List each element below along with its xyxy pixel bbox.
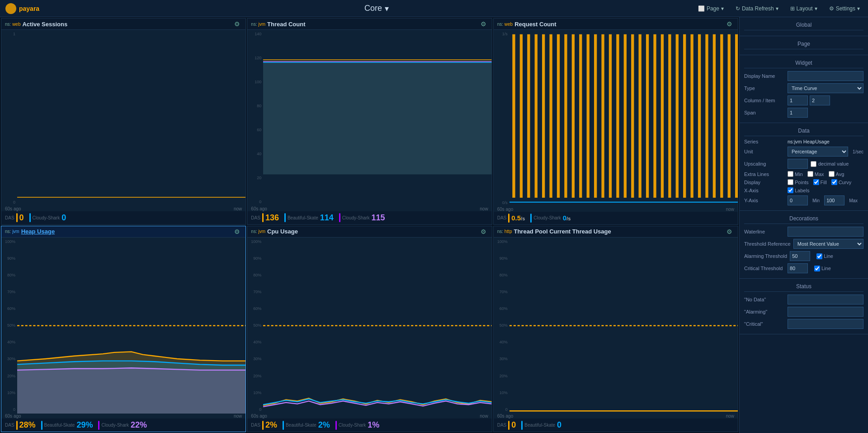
svg-rect-16 [564, 34, 567, 198]
widget-cpu-usage: ns: jvm Cpu Usage ⚙ 100% 90% 80% 70% 60%… [247, 226, 492, 433]
type-select[interactable]: Time Curve [788, 83, 863, 93]
das-item-cu-1: Beautiful-Skate 2% [283, 420, 330, 430]
decimal-checkbox[interactable] [811, 161, 816, 167]
gear-btn-thread-pool[interactable]: ⚙ [725, 228, 734, 235]
yaxis-min-input[interactable] [788, 195, 808, 205]
svg-rect-39 [735, 34, 738, 198]
svg-rect-31 [675, 34, 678, 198]
widget-section-title: Widget [744, 58, 863, 68]
svg-rect-19 [586, 34, 589, 198]
y-axis-active-sessions: 1 0 [1, 30, 17, 206]
das-row-heap-usage: DAS 28% Beautiful-Skate 29% Cloudy-Shark… [1, 419, 245, 432]
widget-active-sessions: ns: web Active Sessions ⚙ 1 0 60s ago no… [1, 18, 246, 225]
svg-rect-9 [512, 34, 515, 198]
points-checkbox[interactable] [788, 179, 793, 185]
column-input[interactable] [788, 95, 808, 105]
svg-rect-23 [616, 34, 619, 198]
das-item-rc-1: Cloudy-Shark 0/s [530, 214, 571, 223]
svg-rect-32 [683, 34, 686, 198]
critical-threshold-input[interactable] [788, 263, 808, 273]
fill-checkbox[interactable] [813, 179, 819, 185]
unit-row: Unit Percentage 1/sec [744, 147, 863, 157]
display-name-input[interactable] [788, 71, 863, 81]
global-section: Global [740, 17, 868, 36]
top-nav: payara Core ▾ ⬜ Page ▾ ↻ Data Refresh ▾ … [0, 0, 868, 17]
das-row-cpu-usage: DAS 2% Beautiful-Skate 2% Cloudy-Shark 1… [247, 419, 491, 432]
fill-checkbox-label: Fill [813, 179, 827, 185]
gear-btn-request-count[interactable]: ⚙ [725, 20, 734, 28]
dropdown-icon[interactable]: ▾ [385, 4, 389, 14]
critical-line-checkbox[interactable] [814, 266, 820, 271]
widget-title-thread-count: Thread Count [267, 21, 479, 28]
nav-actions: ⬜ Page ▾ ↻ Data Refresh ▾ ⊞ Layout ▾ ⚙ S… [694, 4, 863, 14]
yaxis-max-input[interactable] [824, 195, 844, 205]
right-panel: Global Page Widget Display Name Type Tim… [739, 17, 868, 433]
unit-select[interactable]: Percentage [788, 147, 848, 157]
time-labels-heap-usage: 60s ago now [1, 414, 245, 419]
upscaling-input[interactable] [788, 159, 808, 169]
svg-rect-24 [623, 34, 626, 198]
das-item-tc-1: Beautiful-Skate 114 [284, 213, 334, 223]
min-checkbox[interactable] [788, 171, 793, 177]
widget-thread-pool: ns: http Thread Pool Current Thread Usag… [493, 226, 738, 433]
das-item-hu-1: Beautiful-Skate 29% [41, 420, 93, 430]
gear-btn-thread-count[interactable]: ⚙ [479, 20, 488, 28]
data-refresh-btn[interactable]: ↻ Data Refresh ▾ [732, 4, 782, 14]
chart-content-request-count [509, 30, 738, 207]
display-name-label: Display Name [744, 73, 785, 79]
item-input[interactable] [810, 95, 830, 105]
waterline-row: Waterline [744, 227, 863, 237]
widget-request-count: ns: web Request Count ⚙ 1/s 0/s [493, 18, 738, 225]
alarming-status-row: "Alarming" [744, 307, 863, 317]
svg-rect-38 [727, 34, 730, 198]
status-title: Status [744, 281, 863, 292]
time-labels-cpu-usage: 60s ago now [247, 414, 491, 419]
layout-icon: ⊞ [790, 5, 795, 12]
column-item-label: Column / Item [744, 98, 785, 103]
chart-area-thread-count: 140 120 100 80 60 40 20 0 [247, 30, 491, 206]
waterline-input[interactable] [788, 227, 863, 237]
svg-rect-30 [668, 34, 671, 198]
y-axis-thread-count: 140 120 100 80 60 40 20 0 [247, 30, 263, 206]
svg-rect-29 [660, 34, 663, 198]
widget-header-thread-count: ns: jvm Thread Count ⚙ [247, 19, 491, 30]
gear-btn-heap-usage[interactable]: ⚙ [232, 228, 242, 235]
max-checkbox[interactable] [807, 171, 813, 177]
page-btn[interactable]: ⬜ Page ▾ [694, 4, 727, 14]
layout-btn[interactable]: ⊞ Layout ▾ [787, 4, 821, 14]
das-row-thread-count: DAS 136 Beautiful-Skate 114 Cloudy-Shark… [247, 211, 491, 224]
curvy-checkbox[interactable] [831, 179, 837, 185]
labels-checkbox[interactable] [788, 187, 793, 193]
das-item-0: DAS 0 [5, 213, 24, 223]
svg-rect-12 [534, 34, 537, 198]
type-row: Type Time Curve [744, 83, 863, 93]
gear-btn-cpu-usage[interactable]: ⚙ [479, 228, 488, 235]
svg-rect-18 [579, 34, 582, 198]
critical-status-input[interactable] [788, 319, 863, 329]
y-axis-heap-usage: 100% 90% 80% 70% 60% 50% 40% 30% 20% 10%… [1, 238, 17, 414]
widget-thread-count: ns: jvm Thread Count ⚙ 140 120 100 80 60… [247, 18, 492, 225]
alarming-line-checkbox[interactable] [816, 253, 822, 259]
chart-area-cpu-usage: 100% 90% 80% 70% 60% 50% 40% 30% 20% 10%… [247, 238, 491, 414]
avg-checkbox[interactable] [829, 171, 835, 177]
das-item-tp-0: DAS 0 [497, 420, 516, 430]
svg-rect-21 [601, 34, 604, 198]
das-bar-teal [29, 213, 31, 222]
page-section: Page [740, 36, 868, 55]
chart-area-heap-usage: 100% 90% 80% 70% 60% 50% 40% 30% 20% 10%… [1, 238, 245, 414]
threshold-ref-select[interactable]: Most Recent Value [793, 239, 863, 249]
chart-content-active-sessions [17, 30, 245, 206]
span-input[interactable] [788, 108, 808, 118]
gear-btn-active-sessions[interactable]: ⚙ [232, 20, 242, 28]
series-value: ns:jvm HeapUsage [788, 139, 830, 144]
yaxis-label: Y-Axis [744, 198, 785, 203]
alarming-status-input[interactable] [788, 307, 863, 317]
alarming-threshold-input[interactable] [790, 251, 810, 261]
max-checkbox-label: Max [807, 171, 824, 177]
das-item-tc-2: Cloudy-Shark 115 [339, 213, 385, 223]
widget-title-heap-usage: Heap Usage [21, 228, 233, 235]
das-row-request-count: DAS 0.5/s Cloudy-Shark 0/s [494, 212, 738, 224]
das-item-tp-1: Beautiful-Skate 0 [521, 420, 561, 430]
no-data-input[interactable] [788, 295, 863, 305]
settings-btn[interactable]: ⚙ Settings ▾ [826, 4, 863, 14]
